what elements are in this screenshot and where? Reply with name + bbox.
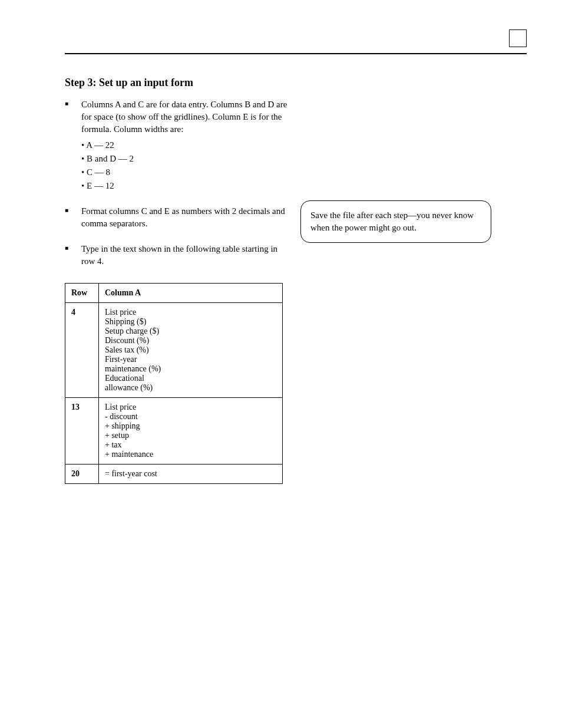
bullet-item: Columns A and C are for data entry. Colu… <box>65 98 289 192</box>
row-text: = first-year cost <box>99 465 283 484</box>
bullet-text: Type in the text shown in the following … <box>81 244 277 266</box>
table-row: 4 List price Shipping ($) Setup charge (… <box>65 303 283 398</box>
row-number: 13 <box>65 398 99 465</box>
sub-bullet: • C — 8 <box>81 166 289 179</box>
sub-bullets: • A — 22 • B and D — 2 • C — 8 • E — 12 <box>81 139 289 192</box>
bullet-text: Columns A and C are for data entry. Colu… <box>81 100 287 134</box>
sub-bullet: • A — 22 <box>81 139 289 151</box>
bullet-item: Type in the text shown in the following … <box>65 243 289 268</box>
row-text: List price Shipping ($) Setup charge ($)… <box>99 303 283 398</box>
save-callout: Save the file after each step—you never … <box>300 200 491 243</box>
row-number: 4 <box>65 303 99 398</box>
table-row: 20 = first-year cost <box>65 465 283 484</box>
sub-bullet: • B and D — 2 <box>81 153 289 165</box>
section-heading: Step 3: Set up an input form <box>65 77 527 89</box>
header-rule <box>65 53 527 54</box>
table-header-row: Row <box>65 284 99 303</box>
row-number: 20 <box>65 465 99 484</box>
sub-bullet: • E — 12 <box>81 180 289 192</box>
input-form-table: Row Column A 4 List price Shipping ($) S… <box>65 283 283 484</box>
table-header-col-a: Column A <box>99 284 283 303</box>
bullet-list: Columns A and C are for data entry. Colu… <box>65 98 289 268</box>
bullet-item: Format columns C and E as numbers with 2… <box>65 205 289 230</box>
table-row: 13 List price - discount + shipping + se… <box>65 398 283 465</box>
bullet-text: Format columns C and E as numbers with 2… <box>81 206 285 228</box>
row-text: List price - discount + shipping + setup… <box>99 398 283 465</box>
page-corner-box <box>509 29 527 47</box>
